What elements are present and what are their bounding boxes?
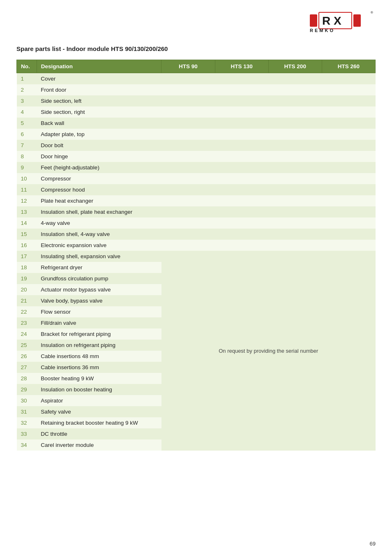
table-row: 2Front door: [17, 84, 376, 95]
table-row: 10Compressor: [17, 173, 376, 184]
value-cell: [215, 95, 268, 106]
row-number: 29: [17, 384, 37, 395]
row-number: 1: [17, 73, 37, 85]
row-number: 7: [17, 140, 37, 151]
row-designation: Insulation shell, 4-way valve: [37, 229, 161, 240]
row-designation: Side section, left: [37, 95, 161, 106]
row-number: 27: [17, 362, 37, 373]
row-designation: Fill/drain valve: [37, 317, 161, 328]
row-number: 24: [17, 328, 37, 340]
row-number: 34: [17, 439, 37, 451]
value-cell: [268, 240, 322, 251]
value-cell: [215, 84, 268, 95]
row-number: 5: [17, 118, 37, 129]
row-number: 3: [17, 95, 37, 106]
table-row: 11Compressor hood: [17, 184, 376, 195]
row-designation: Plate heat exchanger: [37, 195, 161, 206]
value-cell: [161, 84, 215, 95]
value-cell: [268, 229, 322, 240]
value-cell: [322, 129, 375, 140]
value-cell: [268, 140, 322, 151]
value-cell: [322, 95, 375, 106]
row-number: 26: [17, 351, 37, 362]
row-number: 6: [17, 129, 37, 140]
value-cell: [161, 140, 215, 151]
table-row: 9Feet (height-adjustable): [17, 162, 376, 173]
value-cell: [215, 206, 268, 217]
row-designation: Compressor hood: [37, 184, 161, 195]
row-designation: Aspirator: [37, 395, 161, 406]
value-cell: [322, 206, 375, 217]
row-number: 13: [17, 206, 37, 217]
row-number: 33: [17, 428, 37, 439]
value-cell: [268, 151, 322, 162]
page-number: 69: [370, 541, 376, 547]
svg-text:®: ®: [371, 11, 373, 14]
table-row: 12Plate heat exchanger: [17, 195, 376, 206]
table-row: 16Electronic expansion valve: [17, 240, 376, 251]
value-cell: [322, 73, 375, 85]
value-cell: [268, 129, 322, 140]
value-cell: [215, 229, 268, 240]
row-designation: Insulation on refrigerant piping: [37, 340, 161, 351]
value-cell: [322, 140, 375, 151]
table-row: 6Adapter plate, top: [17, 129, 376, 140]
logo-area: R X REMKO ®: [16, 8, 376, 33]
value-cell: [161, 217, 215, 229]
row-number: 30: [17, 395, 37, 406]
row-number: 15: [17, 229, 37, 240]
svg-text:X: X: [334, 14, 341, 27]
table-row: 13Insulation shell, plate heat exchanger: [17, 206, 376, 217]
value-cell: [215, 162, 268, 173]
col-header-no: No.: [17, 60, 37, 73]
col-header-hts200: HTS 200: [268, 60, 322, 73]
value-cell: [161, 206, 215, 217]
row-designation: Insulating shell, expansion valve: [37, 251, 161, 262]
table-row: 15Insulation shell, 4-way valve: [17, 229, 376, 240]
table-row: 4Side section, right: [17, 106, 376, 118]
row-designation: Side section, right: [37, 106, 161, 118]
value-cell: [161, 129, 215, 140]
col-header-hts260: HTS 260: [322, 60, 375, 73]
table-row: 8Door hinge: [17, 151, 376, 162]
value-cell: [215, 140, 268, 151]
value-cell: [215, 129, 268, 140]
row-designation: Booster heating 9 kW: [37, 373, 161, 384]
row-designation: Cable insertions 36 mm: [37, 362, 161, 373]
row-designation: Safety valve: [37, 406, 161, 417]
value-cell: [215, 184, 268, 195]
row-number: 10: [17, 173, 37, 184]
value-cell: [268, 173, 322, 184]
value-cell: [161, 151, 215, 162]
value-cell: [322, 217, 375, 229]
row-designation: Flow sensor: [37, 306, 161, 317]
value-cell: [268, 84, 322, 95]
value-cell: [161, 95, 215, 106]
row-designation: Compressor: [37, 173, 161, 184]
value-cell: [215, 240, 268, 251]
row-number: 18: [17, 262, 37, 273]
value-cell: [215, 151, 268, 162]
value-cell: [322, 118, 375, 129]
row-number: 20: [17, 284, 37, 295]
row-number: 28: [17, 373, 37, 384]
row-designation: Cover: [37, 73, 161, 85]
value-cell: [322, 162, 375, 173]
value-cell: [268, 206, 322, 217]
value-cell: [322, 184, 375, 195]
remko-logo: R X REMKO ®: [310, 8, 376, 33]
col-header-hts90: HTS 90: [161, 60, 215, 73]
row-designation: Front door: [37, 84, 161, 95]
row-designation: Insulation on booster heating: [37, 384, 161, 395]
table-row: 144-way valve: [17, 217, 376, 229]
svg-rect-0: [310, 14, 317, 27]
value-cell: [322, 84, 375, 95]
value-cell: [161, 184, 215, 195]
value-cell: [215, 173, 268, 184]
value-cell: [161, 106, 215, 118]
row-number: 16: [17, 240, 37, 251]
table-row: 7Door bolt: [17, 140, 376, 151]
row-designation: Adapter plate, top: [37, 129, 161, 140]
spare-parts-table: No. Designation HTS 90 HTS 130 HTS 200 H…: [16, 60, 376, 451]
value-cell: [161, 162, 215, 173]
